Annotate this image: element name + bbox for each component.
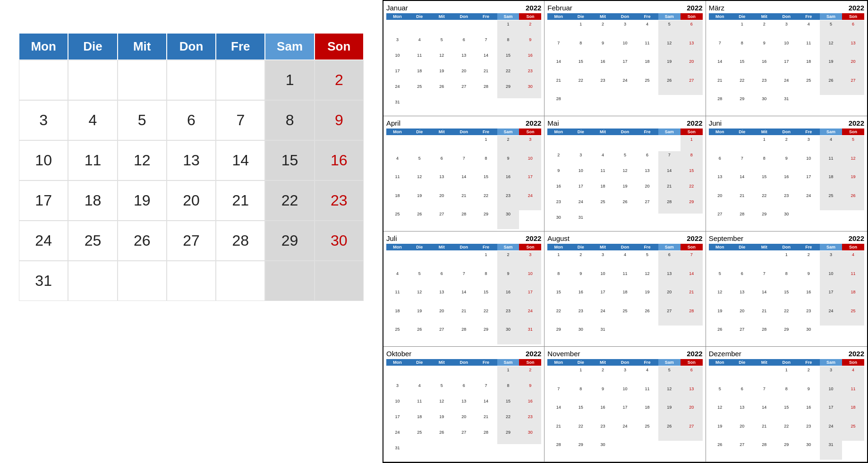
mini-month-title: März2022 [709,4,864,12]
mini-day-cell: 6 [431,270,453,289]
mini-month-title: November2022 [547,350,702,358]
mini-day-cell: 11 [614,270,636,289]
mini-day-cell: 20 [681,58,703,77]
mini-day-cell: 5 [658,366,681,385]
mini-day-cell: 8 [731,39,753,58]
mini-day-cell: 12 [636,270,658,289]
mini-header-mon: Mon [547,359,570,366]
mini-day-cell: 4 [614,251,636,270]
mini-day-cell: 13 [431,173,453,192]
mini-day-cell: 23 [519,413,541,429]
mini-day-cell [592,214,614,229]
mini-day-cell: 8 [475,270,497,289]
mini-day-cell: 1 [775,366,798,385]
mini-header-mit: Mit [753,129,775,135]
mini-day-cell: 15 [547,288,570,307]
mini-day-cell: 27 [709,210,731,229]
mini-day-cell: 12 [709,288,731,307]
mini-day-cell: 16 [592,403,614,422]
mini-day-cell [798,210,820,229]
mini-day-cell [408,366,431,382]
mini-day-cell: 22 [547,307,570,326]
mini-body: 1234567891011121314151617181920212223242… [547,251,702,344]
mini-day-cell: 27 [681,422,703,441]
mini-header-sam: Sam [820,13,842,20]
mini-month-september: September2022MonDieMitDonFreSamSon123456… [706,232,867,347]
big-day-cell: 2 [315,60,364,100]
mini-header-son: Son [842,129,864,135]
mini-header-mon: Mon [709,129,731,135]
mini-day-cell: 20 [636,182,658,198]
mini-day-cell: 23 [570,307,592,326]
mini-header: MonDieMitDonFreSamSon [547,13,702,20]
mini-header-sam: Sam [497,13,519,20]
mini-header-son: Son [681,129,703,135]
mini-day-cell: 4 [408,382,431,397]
mini-header-fre: Fre [798,244,820,250]
mini-day-cell: 18 [820,173,842,192]
mini-month-name: September [709,234,743,242]
big-day-cell: 20 [167,180,216,221]
mini-day-cell [820,326,842,344]
big-day-cell: 6 [167,100,216,140]
mini-year: 2022 [526,4,541,12]
mini-header-don: Don [614,129,636,135]
big-day-cell: 28 [216,221,265,261]
big-calendar-body: 1234567891011121314151617181920212223242… [19,60,364,301]
mini-day-cell: 17 [798,173,820,192]
mini-month-name: Juli [386,234,397,242]
mini-header-die: Die [731,359,753,366]
mini-month-november: November2022MonDieMitDonFreSamSon1234567… [545,347,706,462]
mini-day-cell [658,441,681,460]
mini-day-cell: 20 [658,288,681,307]
mini-day-cell: 30 [592,441,614,460]
mini-header-sam: Sam [658,13,681,20]
mini-day-cell: 4 [592,151,614,167]
mini-header-mon: Mon [709,244,731,250]
mini-day-cell: 2 [798,251,820,270]
mini-day-cell: 26 [820,77,842,95]
big-day-cell: 19 [118,180,167,221]
mini-day-cell [519,210,541,229]
mini-day-cell: 26 [658,77,681,95]
mini-day-cell: 13 [453,51,475,67]
mini-day-cell: 26 [658,422,681,441]
mini-day-cell: 3 [386,36,408,51]
mini-day-cell: 9 [592,39,614,58]
mini-month-title: April2022 [386,119,541,127]
mini-day-cell: 25 [820,192,842,211]
mini-year: 2022 [849,119,864,127]
right-panel: Januar2022MonDieMitDonFreSamSon123456789… [383,0,868,463]
mini-header-mit: Mit [592,244,614,250]
mini-header-fre: Fre [636,244,658,250]
mini-day-cell: 19 [408,307,431,326]
mini-day-cell: 28 [475,83,497,98]
mini-day-cell: 19 [709,307,731,326]
mini-month-title: Mai2022 [547,119,702,127]
mini-day-cell: 26 [709,326,731,344]
mini-day-cell: 7 [681,251,703,270]
mini-day-cell: 30 [497,210,519,229]
mini-header-sam: Sam [820,244,842,250]
mini-header-don: Don [775,13,798,20]
mini-day-cell: 17 [820,403,842,422]
mini-day-cell: 10 [820,385,842,404]
mini-day-cell: 20 [453,413,475,429]
mini-header-sam: Sam [820,129,842,135]
mini-day-cell: 27 [842,77,864,95]
mini-day-cell: 4 [842,251,864,270]
mini-day-cell: 23 [798,422,820,441]
mini-day-cell: 26 [408,326,431,344]
big-day-cell [315,261,364,301]
mini-month-name: Mai [547,119,559,127]
mini-day-cell: 19 [636,288,658,307]
mini-day-cell: 2 [519,20,541,36]
mini-day-cell: 9 [798,385,820,404]
mini-header-fre: Fre [636,13,658,20]
mini-day-cell: 13 [658,270,681,289]
mini-day-cell: 29 [753,210,775,229]
mini-day-cell: 7 [753,270,775,289]
big-day-cell: 13 [167,140,216,180]
mini-day-cell: 22 [475,192,497,211]
mini-day-cell: 24 [775,77,798,95]
